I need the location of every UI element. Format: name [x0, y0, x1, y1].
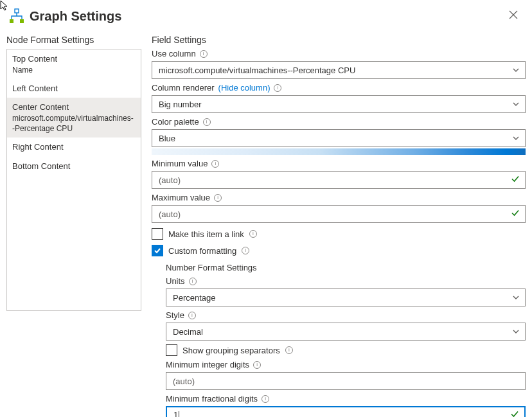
style-select[interactable]: Decimal	[166, 323, 526, 341]
right-section-title: Field Settings	[152, 35, 526, 45]
column-renderer-value: Big number	[159, 100, 201, 109]
hierarchy-icon	[9, 8, 24, 24]
nav-item-top-content[interactable]: Top ContentName	[7, 49, 141, 79]
info-icon[interactable]: i	[262, 395, 269, 403]
chevron-down-icon	[512, 66, 520, 74]
number-format-title: Number Format Settings	[166, 263, 526, 272]
style-label: Style	[166, 310, 184, 320]
maximum-value-input[interactable]: (auto)	[152, 205, 526, 223]
info-icon[interactable]: i	[214, 194, 222, 202]
left-section-title: Node Format Settings	[6, 35, 141, 45]
nav-item-bottom-content[interactable]: Bottom Content	[7, 157, 141, 176]
column-renderer-label: Column renderer	[152, 83, 215, 93]
use-column-value: microsoft.compute/virtualmachines--Perce…	[159, 66, 355, 75]
nav-item-label: Center Content	[12, 102, 136, 113]
units-select[interactable]: Percentage	[166, 288, 526, 306]
minimum-value-text: (auto)	[159, 175, 181, 185]
use-column-label: Use column	[152, 49, 196, 58]
check-icon	[511, 175, 520, 186]
node-format-list: Top ContentNameLeft ContentCenter Conten…	[6, 49, 141, 311]
info-icon[interactable]: i	[189, 278, 197, 285]
min-frac-digits-value: 1	[173, 410, 179, 417]
nav-item-label: Bottom Content	[12, 161, 136, 172]
info-icon[interactable]: i	[249, 230, 257, 238]
chevron-down-icon	[512, 328, 520, 335]
color-gradient-preview	[152, 148, 526, 155]
info-icon[interactable]: i	[285, 346, 293, 354]
nav-item-left-content[interactable]: Left Content	[7, 79, 141, 98]
units-label: Units	[166, 276, 185, 286]
nav-item-center-content[interactable]: Center Contentmicrosoft.compute/virtualm…	[7, 98, 141, 138]
min-int-digits-input[interactable]: (auto)	[166, 372, 526, 390]
nav-item-right-content[interactable]: Right Content	[7, 138, 141, 157]
style-value: Decimal	[173, 327, 203, 337]
svg-rect-1	[10, 19, 13, 23]
chevron-down-icon	[512, 294, 520, 301]
make-link-label: Make this item a link	[168, 229, 244, 239]
dialog-title: Graph Settings	[30, 9, 504, 24]
chevron-down-icon	[512, 100, 520, 108]
info-icon[interactable]: i	[200, 50, 208, 58]
min-int-digits-value: (auto)	[173, 377, 195, 386]
info-icon[interactable]: i	[242, 247, 249, 254]
min-int-digits-label: Minimum integer digits	[166, 360, 249, 369]
nav-item-sub: Name	[12, 65, 136, 75]
info-icon[interactable]: i	[253, 361, 261, 369]
info-icon[interactable]: i	[203, 118, 211, 126]
check-icon	[511, 209, 520, 220]
grouping-separators-checkbox[interactable]	[166, 344, 177, 356]
min-frac-digits-input[interactable]: 1	[166, 406, 526, 417]
nav-filler	[7, 175, 141, 310]
minimum-value-label: Minimum value	[152, 159, 208, 168]
color-palette-label: Color palette	[152, 117, 199, 127]
custom-formatting-checkbox[interactable]	[152, 245, 163, 256]
color-palette-value: Blue	[159, 134, 175, 143]
use-column-select[interactable]: microsoft.compute/virtualmachines--Perce…	[152, 61, 526, 79]
close-button[interactable]	[504, 8, 523, 24]
maximum-value-label: Maximum value	[152, 193, 210, 202]
chevron-down-icon	[512, 134, 520, 142]
svg-rect-2	[20, 19, 24, 23]
nav-item-label: Right Content	[12, 141, 136, 153]
nav-item-sub: microsoft.compute/virtualmachines--Perce…	[12, 113, 136, 134]
mouse-cursor	[0, 0, 9, 13]
info-icon[interactable]: i	[188, 312, 196, 319]
grouping-separators-label: Show grouping separators	[182, 346, 280, 355]
dialog-header: Graph Settings	[0, 0, 532, 35]
hide-column-link[interactable]: (Hide column)	[218, 83, 270, 93]
min-frac-digits-label: Minimum fractional digits	[166, 394, 258, 404]
column-renderer-select[interactable]: Big number	[152, 95, 526, 113]
nav-item-label: Top Content	[12, 53, 136, 65]
nav-item-label: Left Content	[12, 83, 136, 94]
maximum-value-text: (auto)	[159, 209, 181, 219]
make-link-checkbox[interactable]	[152, 228, 163, 240]
info-icon[interactable]: i	[211, 160, 219, 168]
units-value: Percentage	[173, 293, 216, 303]
color-palette-select[interactable]: Blue	[152, 129, 526, 147]
svg-rect-0	[15, 9, 19, 13]
minimum-value-input[interactable]: (auto)	[152, 171, 526, 189]
check-icon	[510, 410, 519, 418]
custom-formatting-label: Custom formatting	[168, 246, 236, 256]
info-icon[interactable]: i	[274, 84, 281, 92]
